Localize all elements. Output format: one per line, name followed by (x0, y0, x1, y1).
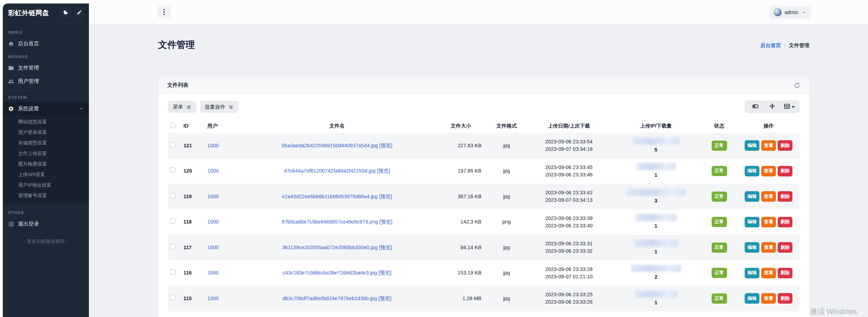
sidebar-subitem-上传API设置[interactable]: 上传API设置 (3, 169, 89, 180)
select-all-checkbox[interactable] (170, 123, 175, 128)
redacted-ip (635, 214, 677, 221)
user-link[interactable]: 1000 (207, 296, 219, 301)
column-header-user: 用户 (205, 119, 239, 133)
filename-link[interactable]: 361139ce202055aa072e2085bb330e0.jpg (282, 245, 377, 250)
row-checkbox[interactable] (170, 218, 175, 224)
sidebar-subitem-文件上传设置[interactable]: 文件上传设置 (3, 148, 89, 159)
cell-id: 118 (181, 209, 205, 235)
more-menu-button[interactable] (158, 6, 170, 18)
edit-button[interactable]: 编辑 (745, 191, 759, 202)
sidebar-subitem-用户IP地址设置[interactable]: 用户IP地址设置 (3, 180, 89, 190)
breadcrumb-separator: › (784, 43, 786, 49)
cell-checkbox (168, 209, 181, 235)
cell-filename: 361139ce202055aa072e2085bb330e0.jpg [预览] (239, 235, 435, 260)
edit-button[interactable]: 编辑 (745, 293, 759, 304)
cell-checkbox (168, 260, 181, 286)
delete-button[interactable]: 删除 (778, 242, 792, 253)
view-button[interactable]: 查看 (761, 268, 776, 278)
view-button[interactable]: 查看 (761, 217, 776, 227)
filename-link[interactable]: 47c644a7ef61200742fa80a2f42150d.jpg (284, 168, 375, 174)
delete-button[interactable]: 删除 (778, 140, 792, 151)
row-checkbox[interactable] (170, 167, 175, 173)
table-header-row: ID 用户 文件名 文件大小 文件格式 上传日期/上次下载 上传IP/下载量 状… (168, 119, 799, 133)
cell-ip-downloads: 3 (611, 184, 701, 209)
sidebar-item-logout[interactable]: 退出登录 (3, 217, 89, 231)
delete-button[interactable]: 删除 (778, 166, 792, 176)
theme-button[interactable] (74, 8, 85, 18)
edit-button[interactable]: 编辑 (745, 166, 759, 176)
columns-dropdown-button[interactable] (780, 101, 797, 113)
row-checkbox[interactable] (170, 295, 175, 300)
activate-windows-watermark: 激活 Windows (810, 306, 857, 316)
avatar (774, 8, 782, 16)
cell-dates: 2023-09-06 23:33:282023-09-07 01:21:10 (527, 260, 611, 286)
preview-link[interactable]: [预览] (379, 194, 392, 199)
delete-button[interactable]: 删除 (778, 268, 792, 278)
batch-actions-button[interactable]: 批量操作 (200, 101, 239, 113)
card-header: 文件列表 (158, 77, 809, 94)
edit-button[interactable]: 编辑 (745, 140, 759, 151)
filename-link[interactable]: 05a3aeda2b4220469150d440937a544.jpg (282, 143, 378, 148)
cell-id: 117 (181, 235, 205, 260)
home-icon (8, 41, 14, 47)
preview-link[interactable]: [预览] (379, 143, 392, 148)
sidebar-subitem-图片检测设置[interactable]: 图片检测设置 (3, 159, 89, 169)
edit-button[interactable]: 编辑 (745, 242, 759, 253)
user-link[interactable]: 1000 (207, 168, 219, 174)
user-link[interactable]: 1000 (207, 219, 219, 225)
user-link[interactable]: 1000 (207, 194, 219, 199)
section-label-other: OTHER (3, 206, 89, 217)
row-checkbox[interactable] (170, 244, 175, 249)
sidebar-item-label: 后台首页 (18, 40, 39, 47)
fullscreen-button[interactable] (764, 101, 780, 113)
refresh-icon[interactable] (794, 82, 800, 89)
table-row: 1161000c43c163e7c9ddccbc0be72d4d2ba4e3.j… (168, 260, 799, 286)
sidebar-subitem-网站信息设置[interactable]: 网站信息设置 (3, 117, 89, 127)
toggle-icon (752, 103, 759, 111)
dark-mode-button[interactable] (60, 8, 71, 18)
edit-button[interactable]: 编辑 (745, 217, 759, 227)
cell-size: 227.83 KB (435, 133, 486, 158)
filename-link[interactable]: e2a43d22ee6bb6b11b06053979d86a4.jpg (282, 194, 377, 199)
filename-link[interactable]: 87b0ca6be7c5be8469857ce49c6c973.png (281, 219, 378, 225)
user-link[interactable]: 1000 (207, 270, 219, 276)
brand-title: 彩虹外链网盘 (8, 8, 57, 18)
delete-button[interactable]: 删除 (778, 217, 792, 227)
row-checkbox[interactable] (170, 142, 175, 147)
view-button[interactable]: 查看 (761, 242, 776, 253)
breadcrumb-home-link[interactable]: 后台首页 (760, 42, 781, 49)
redacted-ip (634, 240, 678, 247)
menu-dropdown-button[interactable]: 菜单 (168, 101, 196, 113)
user-menu[interactable]: admin (769, 6, 811, 19)
view-button[interactable]: 查看 (761, 293, 776, 304)
table-row: 1171000361139ce202055aa072e2085bb330e0.j… (168, 235, 799, 260)
view-button[interactable]: 查看 (761, 166, 776, 176)
sidebar-item-system-settings[interactable]: 系统设置 (3, 102, 89, 115)
user-link[interactable]: 1000 (207, 245, 219, 250)
sidebar-subitem-用户登录设置[interactable]: 用户登录设置 (3, 127, 89, 138)
sidebar-item-users[interactable]: 用户管理 (3, 75, 89, 88)
toggle-view-button[interactable] (747, 101, 764, 113)
preview-link[interactable]: [预览] (379, 245, 392, 250)
user-link[interactable]: 1000 (207, 143, 219, 148)
sidebar-subitem-管理账号设置[interactable]: 管理账号设置 (3, 190, 89, 201)
row-checkbox[interactable] (170, 193, 175, 198)
view-button[interactable]: 查看 (761, 140, 776, 151)
row-checkbox[interactable] (170, 269, 175, 274)
edit-button[interactable]: 编辑 (745, 268, 759, 278)
sidebar-subitem-存储类型设置[interactable]: 存储类型设置 (3, 138, 89, 148)
sidebar-item-dashboard[interactable]: 后台首页 (3, 37, 89, 50)
cell-actions: 编辑查看删除 (738, 133, 799, 158)
preview-link[interactable]: [预览] (378, 296, 391, 301)
preview-link[interactable]: [预览] (378, 270, 391, 276)
view-button[interactable]: 查看 (761, 191, 776, 202)
preview-link[interactable]: [预览] (377, 168, 390, 174)
filename-link[interactable]: db3c706df7ad8e0b824e7876eb1d36b.jpg (283, 296, 377, 301)
preview-link[interactable]: [预览] (380, 219, 393, 225)
section-label-system: SYSTEM (3, 91, 89, 102)
sidebar-item-files[interactable]: 文件管理 (3, 61, 89, 75)
filename-link[interactable]: c43c163e7c9ddccbc0be72d4d2ba4e3.jpg (283, 270, 377, 276)
delete-button[interactable]: 删除 (778, 293, 792, 304)
delete-button[interactable]: 删除 (778, 191, 792, 202)
cell-actions: 编辑查看删除 (738, 184, 799, 209)
